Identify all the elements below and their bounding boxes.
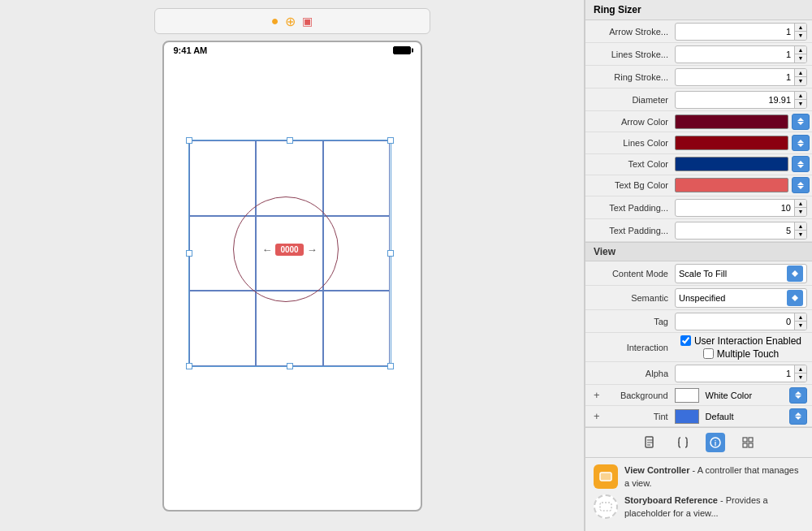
- lines-stroke-label: Lines Stroke...: [594, 50, 675, 59]
- arrow-stroke-stepper[interactable]: ▲ ▼: [675, 23, 807, 41]
- toolbar-icon-1[interactable]: ●: [271, 14, 279, 28]
- ring-stroke-value[interactable]: ▲ ▼: [675, 68, 807, 86]
- tag-stepper[interactable]: ▲ ▼: [675, 313, 807, 330]
- diameter-value[interactable]: ▲ ▼: [675, 91, 807, 109]
- tint-plus[interactable]: +: [594, 410, 600, 422]
- text-color-value[interactable]: [675, 156, 810, 172]
- text-padding1-stepper[interactable]: ▲ ▼: [675, 199, 807, 217]
- text-color-dropdown[interactable]: [792, 156, 810, 172]
- alpha-btns: ▲ ▼: [794, 365, 806, 382]
- tag-value[interactable]: ▲ ▼: [675, 313, 807, 330]
- tag-down[interactable]: ▼: [795, 322, 806, 330]
- user-interaction-checkbox[interactable]: [680, 335, 691, 346]
- ring-stroke-up[interactable]: ▲: [795, 69, 806, 77]
- arrow-stroke-up[interactable]: ▲: [795, 24, 806, 32]
- arrow-stroke-down[interactable]: ▼: [795, 32, 806, 40]
- lines-stroke-down[interactable]: ▼: [795, 54, 806, 63]
- tint-color-swatch[interactable]: [675, 409, 699, 424]
- text-padding1-input[interactable]: [676, 202, 794, 214]
- tint-color-text: Default: [702, 412, 786, 421]
- lines-stroke-up[interactable]: ▲: [795, 46, 806, 54]
- handle-top-mid[interactable]: [287, 137, 293, 144]
- text-padding1-value[interactable]: ▲ ▼: [675, 199, 807, 217]
- alpha-value[interactable]: ▲ ▼: [675, 365, 807, 382]
- text-padding1-down[interactable]: ▼: [795, 208, 806, 216]
- background-value[interactable]: White Color: [675, 387, 807, 404]
- text-bg-color-value[interactable]: [675, 177, 810, 193]
- multiple-touch-checkbox[interactable]: [703, 348, 714, 359]
- content-mode-value[interactable]: Scale To Fill: [675, 264, 807, 283]
- toolbar-icon-3[interactable]: ▣: [302, 15, 313, 28]
- handle-bot-right[interactable]: [387, 363, 394, 369]
- background-plus[interactable]: +: [594, 389, 600, 401]
- arrow-color-dropdown[interactable]: [792, 114, 810, 130]
- text-padding2-stepper[interactable]: ▲ ▼: [675, 222, 807, 240]
- semantic-arrow: [787, 290, 803, 306]
- lines-stroke-input[interactable]: [676, 49, 794, 60]
- circle-i-icon-btn[interactable]: i: [706, 433, 725, 452]
- lines-stroke-value[interactable]: ▲ ▼: [675, 45, 807, 63]
- alpha-down[interactable]: ▼: [795, 373, 806, 382]
- tint-dropdown[interactable]: [789, 408, 807, 425]
- text-bg-color-swatch[interactable]: [675, 178, 788, 192]
- widget-container[interactable]: ← 0000 →: [188, 140, 391, 367]
- diameter-up[interactable]: ▲: [795, 92, 806, 100]
- text-padding2-input[interactable]: [676, 225, 794, 236]
- background-color-swatch[interactable]: [675, 388, 699, 403]
- handle-bot-left[interactable]: [186, 363, 192, 369]
- handle-top-left[interactable]: [186, 137, 192, 144]
- diameter-input[interactable]: [676, 94, 794, 106]
- text-padding2-up[interactable]: ▲: [795, 222, 806, 231]
- doc-icon-btn[interactable]: [641, 433, 660, 452]
- text-bg-color-dropdown[interactable]: [792, 177, 810, 193]
- ring-stroke-input[interactable]: [676, 71, 794, 83]
- ring-stroke-stepper[interactable]: ▲ ▼: [675, 68, 807, 86]
- grid-icon-btn[interactable]: [738, 433, 758, 452]
- arrow-color-swatch[interactable]: [675, 114, 788, 129]
- user-interaction-label[interactable]: User Interaction Enabled: [680, 335, 801, 347]
- center-arrow-row: ← 0000 →: [188, 244, 391, 256]
- background-dropdown[interactable]: [789, 387, 807, 404]
- lines-color-dropdown[interactable]: [792, 135, 810, 151]
- tag-input[interactable]: [676, 316, 794, 327]
- diameter-label: Diameter: [594, 95, 675, 105]
- diameter-stepper[interactable]: ▲ ▼: [675, 91, 807, 109]
- text-padding2-value[interactable]: ▲ ▼: [675, 222, 807, 240]
- lines-color-swatch[interactable]: [675, 136, 788, 150]
- text-bg-color-label: Text Bg Color: [594, 180, 675, 190]
- handle-top-right[interactable]: [387, 137, 394, 144]
- alpha-label: Alpha: [594, 369, 675, 378]
- storyboard-ref-icon: [594, 494, 618, 519]
- arrow-color-value[interactable]: [675, 114, 810, 130]
- arrow-stroke-input[interactable]: [676, 26, 794, 37]
- text-padding2-btns: ▲ ▼: [794, 222, 806, 239]
- diameter-down[interactable]: ▼: [795, 100, 806, 108]
- grid-cell: [323, 140, 391, 216]
- semantic-select[interactable]: Unspecified: [675, 288, 807, 308]
- semantic-value[interactable]: Unspecified: [675, 288, 807, 308]
- bg-up: [795, 391, 801, 395]
- tint-value[interactable]: Default: [675, 408, 807, 425]
- content-mode-select[interactable]: Scale To Fill: [675, 264, 807, 283]
- toolbar-icon-2[interactable]: ⊕: [285, 14, 296, 29]
- alpha-up[interactable]: ▲: [795, 365, 806, 373]
- alpha-input[interactable]: [676, 368, 794, 379]
- multiple-touch-label[interactable]: Multiple Touch: [703, 348, 780, 360]
- tag-up[interactable]: ▲: [795, 313, 806, 322]
- semantic-text: Unspecified: [679, 293, 725, 303]
- lines-stroke-stepper-btns: ▲ ▼: [794, 46, 806, 63]
- grid-cell: [189, 291, 257, 366]
- text-padding1-up[interactable]: ▲: [795, 200, 806, 208]
- arrow-stroke-value[interactable]: ▲ ▼: [675, 23, 807, 41]
- ring-stroke-down[interactable]: ▼: [795, 77, 806, 85]
- lines-color-value[interactable]: [675, 135, 810, 151]
- alpha-stepper[interactable]: ▲ ▼: [675, 365, 807, 382]
- text-color-down: [797, 165, 804, 168]
- text-padding2-down[interactable]: ▼: [795, 231, 806, 239]
- sem-down: [792, 298, 798, 301]
- lines-stroke-stepper[interactable]: ▲ ▼: [675, 45, 807, 63]
- text-color-swatch[interactable]: [675, 157, 788, 171]
- handle-bot-mid[interactable]: [287, 363, 293, 369]
- braces-icon-btn[interactable]: [673, 433, 693, 452]
- lines-color-up: [797, 140, 804, 143]
